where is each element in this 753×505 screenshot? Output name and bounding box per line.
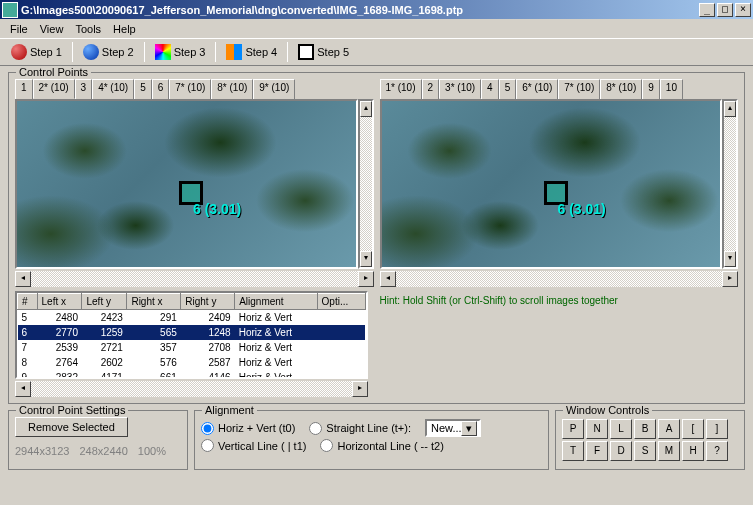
close-button[interactable]: × xyxy=(735,3,751,17)
window-control-button[interactable]: N xyxy=(586,419,608,439)
toolbar-divider xyxy=(215,42,216,62)
window-control-button[interactable]: P xyxy=(562,419,584,439)
image-tab[interactable]: 9* (10) xyxy=(253,79,295,99)
image-tab[interactable]: 5 xyxy=(499,79,517,99)
image-tab[interactable]: 7* (10) xyxy=(558,79,600,99)
window-control-button[interactable]: [ xyxy=(682,419,704,439)
toolbar-step2[interactable]: Step 2 xyxy=(76,41,141,63)
scroll-left-icon[interactable]: ◂ xyxy=(15,381,31,397)
table-cell: 357 xyxy=(127,340,181,355)
window-control-button[interactable]: S xyxy=(634,441,656,461)
image-tab[interactable]: 6* (10) xyxy=(516,79,558,99)
image-tab[interactable]: 3* (10) xyxy=(439,79,481,99)
scroll-up-icon[interactable]: ▴ xyxy=(724,101,736,117)
image-tab[interactable]: 2 xyxy=(422,79,440,99)
column-header[interactable]: Alignment xyxy=(235,294,317,310)
image-tab[interactable]: 4* (10) xyxy=(92,79,134,99)
column-header[interactable]: # xyxy=(18,294,38,310)
straight-line-select[interactable]: New... xyxy=(425,419,481,437)
menu-view[interactable]: View xyxy=(34,21,70,37)
scroll-right-icon[interactable]: ▸ xyxy=(722,271,738,287)
image-tab[interactable]: 1* (10) xyxy=(380,79,422,99)
remove-selected-button[interactable]: Remove Selected xyxy=(15,417,128,437)
scroll-down-icon[interactable]: ▾ xyxy=(360,251,372,267)
toolbar-step4[interactable]: Step 4 xyxy=(219,41,284,63)
image-tab[interactable]: 6 xyxy=(152,79,170,99)
radio-straight-line[interactable]: Straight Line (t+): xyxy=(309,422,411,435)
toolbar-step3[interactable]: Step 3 xyxy=(148,41,213,63)
window-control-button[interactable]: M xyxy=(658,441,680,461)
maximize-button[interactable]: □ xyxy=(717,3,733,17)
radio-horizontal-line[interactable]: Horizontal Line ( -- t2) xyxy=(320,439,443,452)
table-cell: 565 xyxy=(127,325,181,340)
table-row[interactable]: 9283241716614146Horiz & Vert xyxy=(18,370,366,380)
menu-tools[interactable]: Tools xyxy=(69,21,107,37)
table-hscroll[interactable]: ◂▸ xyxy=(15,381,368,397)
menu-help[interactable]: Help xyxy=(107,21,142,37)
image-tab[interactable]: 1 xyxy=(15,79,33,99)
image-tab[interactable]: 9 xyxy=(642,79,660,99)
table-row[interactable]: 8276426025762587Horiz & Vert xyxy=(18,355,366,370)
radio-horiz-vert[interactable]: Horiz + Vert (t0) xyxy=(201,422,295,435)
table-cell: Horiz & Vert xyxy=(235,340,317,355)
toolbar-step5[interactable]: Step 5 xyxy=(291,41,356,63)
radio-vertical-line[interactable]: Vertical Line ( | t1) xyxy=(201,439,306,452)
left-vscroll[interactable]: ▴▾ xyxy=(358,99,374,269)
table-row[interactable]: 5248024232912409Horiz & Vert xyxy=(18,310,366,325)
image-tab[interactable]: 10 xyxy=(660,79,683,99)
right-image-view[interactable]: 6 (3.01) xyxy=(380,99,723,269)
image-tab[interactable]: 4 xyxy=(481,79,499,99)
radio-sl-input[interactable] xyxy=(309,422,322,435)
window-control-button[interactable]: B xyxy=(634,419,656,439)
left-image-view[interactable]: 6 (3.01) xyxy=(15,99,358,269)
table-row[interactable]: 7253927213572708Horiz & Vert xyxy=(18,340,366,355)
scroll-track[interactable] xyxy=(396,271,723,287)
column-header[interactable]: Left x xyxy=(37,294,82,310)
window-control-button[interactable]: H xyxy=(682,441,704,461)
radio-hl-input[interactable] xyxy=(320,439,333,452)
scroll-up-icon[interactable]: ▴ xyxy=(360,101,372,117)
radio-vl-input[interactable] xyxy=(201,439,214,452)
image-tab[interactable]: 8* (10) xyxy=(600,79,642,99)
image-tab[interactable]: 5 xyxy=(134,79,152,99)
scroll-track[interactable] xyxy=(31,271,358,287)
scroll-left-icon[interactable]: ◂ xyxy=(380,271,396,287)
window-control-button[interactable]: D xyxy=(610,441,632,461)
menu-file[interactable]: File xyxy=(4,21,34,37)
window-control-button[interactable]: L xyxy=(610,419,632,439)
table-cell: 7 xyxy=(18,340,38,355)
scroll-left-icon[interactable]: ◂ xyxy=(15,271,31,287)
window-control-button[interactable]: F xyxy=(586,441,608,461)
window-control-button[interactable]: ] xyxy=(706,419,728,439)
right-vscroll[interactable]: ▴▾ xyxy=(722,99,738,269)
control-point-settings-group: Control Point Settings Remove Selected 2… xyxy=(8,410,188,470)
right-tabrow: 1* (10)23* (10)456* (10)7* (10)8* (10)91… xyxy=(380,79,739,99)
scroll-right-icon[interactable]: ▸ xyxy=(358,271,374,287)
control-points-legend: Control Points xyxy=(16,66,91,78)
window-control-button[interactable]: A xyxy=(658,419,680,439)
toolbar-step1[interactable]: Step 1 xyxy=(4,41,69,63)
column-header[interactable]: Left y xyxy=(82,294,127,310)
scroll-track[interactable] xyxy=(724,117,736,251)
window-control-button[interactable]: T xyxy=(562,441,584,461)
left-hscroll[interactable]: ◂▸ xyxy=(15,271,374,287)
table-cell xyxy=(317,310,365,325)
scroll-track[interactable] xyxy=(31,381,352,397)
table-row[interactable]: 6277012595651248Horiz & Vert xyxy=(18,325,366,340)
image-tab[interactable]: 7* (10) xyxy=(169,79,211,99)
scroll-track[interactable] xyxy=(360,117,372,251)
right-hscroll[interactable]: ◂▸ xyxy=(380,271,739,287)
minimize-button[interactable]: _ xyxy=(699,3,715,17)
radio-hv-input[interactable] xyxy=(201,422,214,435)
image-tab[interactable]: 3 xyxy=(75,79,93,99)
column-header[interactable]: Right x xyxy=(127,294,181,310)
scroll-down-icon[interactable]: ▾ xyxy=(724,251,736,267)
step1-icon xyxy=(11,44,27,60)
scroll-right-icon[interactable]: ▸ xyxy=(352,381,368,397)
column-header[interactable]: Opti... xyxy=(317,294,365,310)
image-tab[interactable]: 2* (10) xyxy=(33,79,75,99)
image-tab[interactable]: 8* (10) xyxy=(211,79,253,99)
window-control-button[interactable]: ? xyxy=(706,441,728,461)
column-header[interactable]: Right y xyxy=(181,294,235,310)
control-points-table[interactable]: #Left xLeft yRight xRight yAlignmentOpti… xyxy=(15,291,368,379)
